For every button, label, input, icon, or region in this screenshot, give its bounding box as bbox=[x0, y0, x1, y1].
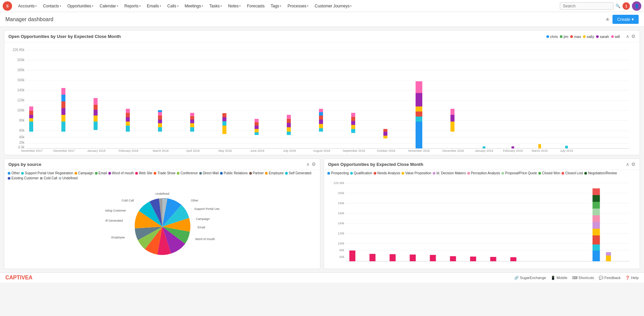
nav-emails[interactable]: Emails ▾ bbox=[144, 0, 164, 12]
svg-text:20k: 20k bbox=[19, 141, 25, 144]
top-chart-panel: Open Opportunities by User by Expected C… bbox=[4, 30, 640, 155]
top-chart-controls: chrisjimmaxsallysarahwill ∧ ⚙ bbox=[542, 33, 636, 39]
svg-rect-65 bbox=[222, 121, 226, 126]
svg-rect-53 bbox=[158, 120, 162, 123]
svg-rect-36 bbox=[61, 95, 65, 101]
nav-calendar[interactable]: Calendar ▾ bbox=[97, 0, 121, 12]
pie-legend: Other Support Portal User Registration C… bbox=[4, 170, 320, 181]
nav-forecasts[interactable]: Forecasts bbox=[244, 0, 267, 12]
svg-rect-69 bbox=[255, 132, 259, 135]
footer-shortcuts[interactable]: ⌨ Shortcuts bbox=[572, 276, 594, 280]
svg-text:November 2018: November 2018 bbox=[408, 149, 430, 152]
legend-directmail: Direct Mail bbox=[199, 171, 219, 175]
search-input[interactable] bbox=[560, 2, 613, 10]
svg-text:July 2018: July 2018 bbox=[283, 149, 296, 152]
legend-other: Other bbox=[8, 171, 20, 175]
settings-icon[interactable]: ⚙ bbox=[631, 34, 636, 39]
svg-rect-41 bbox=[94, 110, 98, 116]
bottom-left-title: Opps by source bbox=[8, 162, 41, 167]
svg-rect-76 bbox=[287, 127, 291, 132]
svg-text:April 2018: April 2018 bbox=[186, 149, 200, 152]
svg-rect-29 bbox=[29, 111, 33, 115]
legend-item: will bbox=[611, 35, 620, 39]
legend-dot bbox=[596, 35, 599, 38]
svg-text:October 2018: October 2018 bbox=[377, 149, 395, 152]
svg-rect-60 bbox=[190, 120, 194, 123]
subheader-actions: ★ Create ▾ bbox=[605, 15, 639, 24]
chevron-down-icon: ▾ bbox=[160, 4, 161, 8]
chevron-down-icon: ▾ bbox=[92, 4, 94, 8]
footer-mobile[interactable]: 📱 Mobile bbox=[551, 276, 567, 280]
svg-rect-61 bbox=[190, 116, 194, 120]
svg-text:80k: 80k bbox=[339, 249, 344, 252]
svg-text:January 2019: January 2019 bbox=[475, 149, 493, 152]
svg-rect-89 bbox=[351, 125, 355, 129]
nav-processes[interactable]: Processes ▾ bbox=[285, 0, 311, 12]
legend-existing: Existing Customer bbox=[8, 176, 39, 180]
nav-meetings[interactable]: Meetings ▾ bbox=[182, 0, 206, 12]
svg-text:March 2019: March 2019 bbox=[532, 149, 548, 152]
bottom-row: Opps by source ∧ ⚙ Other Support Portal … bbox=[4, 159, 640, 269]
favorite-icon[interactable]: ★ bbox=[605, 16, 610, 22]
svg-text:160k: 160k bbox=[338, 212, 344, 215]
svg-text:Self Generated: Self Generated bbox=[105, 219, 123, 222]
footer-feedback[interactable]: 💬 Feedback bbox=[599, 276, 621, 280]
svg-rect-95 bbox=[383, 132, 387, 136]
bottom-left-header: Opps by source ∧ ⚙ bbox=[4, 159, 320, 170]
footer-links: 🔗 SugarExchange 📱 Mobile ⌨ Shortcuts 💬 F… bbox=[514, 276, 639, 280]
svg-rect-148 bbox=[410, 255, 416, 261]
svg-text:100k: 100k bbox=[17, 108, 25, 112]
svg-rect-90 bbox=[351, 121, 355, 125]
search-icon[interactable]: 🔍 bbox=[615, 4, 621, 8]
svg-rect-46 bbox=[126, 122, 130, 126]
legend-employee: Employee bbox=[265, 171, 283, 175]
nav-contacts[interactable]: Contacts ▾ bbox=[40, 0, 64, 12]
sugarexchange-icon: 🔗 bbox=[514, 276, 519, 280]
nav-notes[interactable]: Notes ▾ bbox=[225, 0, 244, 12]
legend-wom: Word of mouth bbox=[108, 171, 134, 175]
svg-text:February 2019: February 2019 bbox=[503, 149, 523, 152]
top-chart-title: Open Opportunities by User by Expected C… bbox=[8, 34, 121, 39]
nav-customer-journeys[interactable]: Customer Journeys ▾ bbox=[312, 0, 355, 12]
svg-rect-56 bbox=[158, 110, 162, 112]
nav-reports[interactable]: Reports ▾ bbox=[122, 0, 144, 12]
create-button[interactable]: Create ▾ bbox=[612, 15, 639, 24]
chevron-down-icon: ▾ bbox=[139, 4, 141, 8]
svg-rect-92 bbox=[351, 113, 355, 117]
svg-text:Employee: Employee bbox=[111, 236, 124, 239]
collapse-button[interactable]: ∧ bbox=[306, 162, 310, 167]
svg-rect-43 bbox=[94, 98, 98, 105]
settings-icon[interactable]: ⚙ bbox=[312, 162, 316, 167]
avatar[interactable]: 👤 bbox=[632, 1, 641, 11]
collapse-button[interactable]: ∧ bbox=[626, 34, 629, 39]
collapse-button[interactable]: ∧ bbox=[626, 162, 629, 167]
svg-text:120k: 120k bbox=[338, 232, 344, 235]
svg-rect-81 bbox=[319, 128, 323, 132]
settings-icon[interactable]: ⚙ bbox=[631, 162, 636, 167]
nav-tasks[interactable]: Tasks ▾ bbox=[207, 0, 225, 12]
svg-rect-149 bbox=[430, 255, 436, 261]
svg-text:Campaign: Campaign bbox=[196, 217, 210, 221]
nav-tags[interactable]: Tags ▾ bbox=[268, 0, 284, 12]
svg-rect-64 bbox=[222, 126, 226, 134]
notification-badge[interactable]: 1 bbox=[623, 2, 630, 10]
svg-text:Cold Call: Cold Call bbox=[121, 199, 134, 202]
svg-rect-150 bbox=[450, 256, 456, 261]
svg-rect-34 bbox=[61, 108, 65, 115]
legend-support: Support Portal User Registration bbox=[21, 171, 73, 175]
legend-dot bbox=[570, 35, 573, 38]
footer-help[interactable]: ❓ Help bbox=[625, 276, 639, 280]
nav-calls[interactable]: Calls ▾ bbox=[165, 0, 181, 12]
nav-accounts[interactable]: Accounts ▾ bbox=[15, 0, 40, 12]
svg-rect-101 bbox=[416, 106, 422, 111]
nav-opportunities[interactable]: Opportunities ▾ bbox=[65, 0, 96, 12]
top-bar-chart: 226.95k 200k 180k 160k 140k 120k 100k 80… bbox=[8, 45, 636, 152]
svg-text:Existing Customer: Existing Customer bbox=[105, 209, 126, 212]
svg-text:Email: Email bbox=[198, 226, 205, 229]
svg-text:February 2018: February 2018 bbox=[119, 149, 139, 152]
footer-sugarexchange[interactable]: 🔗 SugarExchange bbox=[514, 276, 546, 280]
pie-chart-container: Undefined Cold Call Existing Customer Se… bbox=[4, 181, 320, 269]
legend-prospecting: Prospecting bbox=[327, 171, 349, 175]
svg-text:July 2019: July 2019 bbox=[560, 149, 573, 152]
legend-dot bbox=[611, 35, 614, 38]
